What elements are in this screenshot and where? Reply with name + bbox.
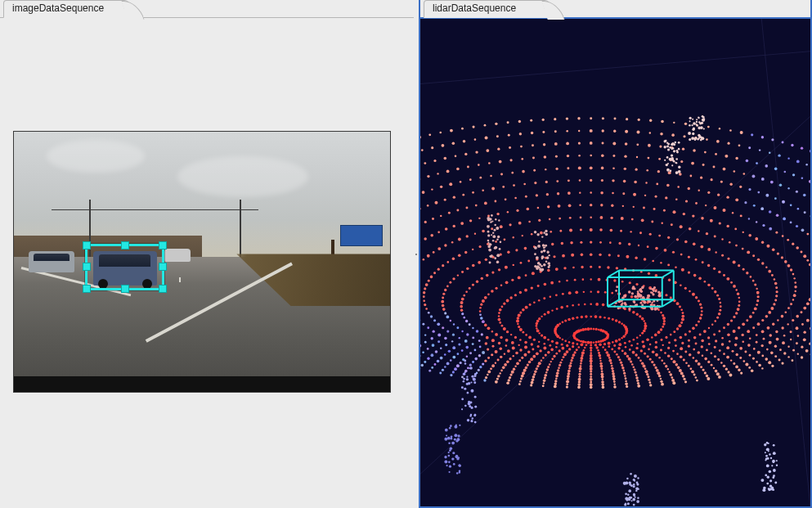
svg-point-1574 [473, 381, 476, 384]
svg-point-833 [726, 225, 729, 227]
svg-point-131 [578, 303, 580, 305]
svg-point-806 [460, 222, 464, 225]
svg-point-1461 [537, 245, 539, 247]
svg-point-108 [572, 345, 574, 348]
svg-point-390 [545, 353, 547, 356]
svg-point-359 [695, 296, 698, 299]
svg-point-1268 [797, 353, 799, 354]
svg-point-72 [562, 321, 564, 323]
svg-point-618 [522, 235, 523, 236]
svg-point-497 [442, 308, 446, 311]
svg-point-718 [549, 218, 551, 221]
bbox-handle-top-mid[interactable] [121, 241, 129, 250]
bbox-handle-bot-right[interactable] [159, 285, 167, 293]
svg-point-1087 [545, 169, 546, 170]
svg-point-1029 [783, 218, 786, 221]
lidar-tab-strip: lidarDataSequence [420, 0, 554, 18]
svg-point-1684 [770, 487, 774, 490]
lidar-viewport[interactable] [420, 19, 810, 506]
svg-point-1226 [454, 367, 457, 371]
svg-point-425 [553, 255, 555, 258]
svg-point-294 [662, 344, 664, 346]
svg-point-367 [714, 320, 716, 322]
svg-point-787 [516, 362, 519, 365]
bounding-cuboid-3d[interactable] [608, 277, 662, 307]
tab-label: lidarDataSequence [433, 2, 516, 14]
bbox-handle-mid-right[interactable] [159, 263, 167, 271]
tab-lidar-sequence[interactable]: lidarDataSequence [424, 0, 554, 18]
svg-point-519 [551, 243, 554, 245]
svg-point-1247 [612, 142, 616, 145]
svg-point-644 [742, 268, 745, 271]
tab-image-sequence[interactable]: imageDataSequence [3, 0, 134, 18]
svg-point-745 [768, 270, 771, 273]
svg-point-1719 [633, 485, 635, 488]
svg-point-861 [769, 334, 772, 337]
svg-point-930 [723, 209, 726, 212]
svg-point-314 [505, 339, 509, 342]
svg-point-1260 [756, 162, 758, 164]
svg-point-47 [621, 337, 622, 339]
svg-point-600 [423, 291, 425, 294]
svg-point-462 [701, 339, 704, 343]
svg-point-1419 [495, 218, 496, 220]
svg-point-376 [667, 347, 670, 349]
svg-point-1261 [765, 164, 768, 168]
svg-point-669 [689, 353, 692, 357]
svg-point-1368 [483, 379, 486, 381]
svg-point-879 [601, 371, 603, 373]
svg-point-222 [642, 345, 645, 348]
svg-point-154 [646, 338, 649, 341]
svg-point-127 [556, 308, 559, 310]
svg-point-1414 [487, 225, 490, 228]
svg-point-1295 [496, 378, 499, 380]
svg-point-1276 [716, 372, 720, 375]
svg-point-1210 [636, 380, 639, 382]
svg-point-546 [738, 297, 740, 299]
svg-point-1460 [536, 233, 539, 236]
svg-point-288 [692, 327, 695, 330]
svg-point-582 [504, 353, 505, 354]
svg-point-875 [644, 367, 647, 370]
svg-point-1401 [719, 128, 720, 129]
svg-point-302 [599, 354, 602, 357]
bounding-box-2d[interactable] [85, 244, 164, 290]
svg-point-100 [618, 343, 621, 346]
svg-point-445 [707, 284, 710, 286]
svg-point-543 [733, 285, 736, 288]
svg-point-927 [695, 202, 698, 205]
bbox-handle-bot-mid[interactable] [121, 285, 129, 293]
svg-point-941 [796, 246, 799, 250]
svg-point-1306 [452, 142, 455, 145]
svg-point-491 [461, 330, 463, 332]
bbox-handle-mid-left[interactable] [83, 263, 91, 271]
svg-point-187 [538, 299, 541, 302]
svg-point-1725 [631, 500, 633, 501]
svg-point-403 [465, 320, 468, 322]
svg-point-971 [623, 372, 626, 375]
svg-point-1379 [461, 128, 464, 130]
svg-point-426 [562, 254, 565, 258]
svg-point-763 [749, 337, 751, 339]
bbox-handle-top-left[interactable] [83, 241, 91, 250]
camera-image[interactable] [13, 131, 391, 393]
svg-point-827 [673, 210, 676, 214]
svg-point-610 [458, 254, 461, 257]
svg-point-808 [478, 218, 480, 219]
bbox-handle-bot-left[interactable] [83, 285, 91, 293]
svg-point-667 [706, 348, 708, 351]
svg-point-340 [563, 267, 566, 269]
svg-point-125 [547, 311, 550, 314]
svg-point-1092 [601, 167, 604, 170]
bbox-handle-top-right[interactable] [159, 241, 167, 250]
svg-point-525 [609, 241, 612, 244]
svg-point-607 [442, 264, 444, 267]
svg-point-1122 [752, 357, 755, 360]
svg-point-880 [590, 371, 592, 373]
svg-point-1437 [494, 246, 497, 250]
svg-point-250 [501, 306, 504, 308]
svg-point-1729 [626, 499, 629, 501]
svg-point-1134 [625, 377, 627, 380]
svg-point-159 [617, 347, 620, 349]
svg-point-893 [457, 353, 460, 355]
